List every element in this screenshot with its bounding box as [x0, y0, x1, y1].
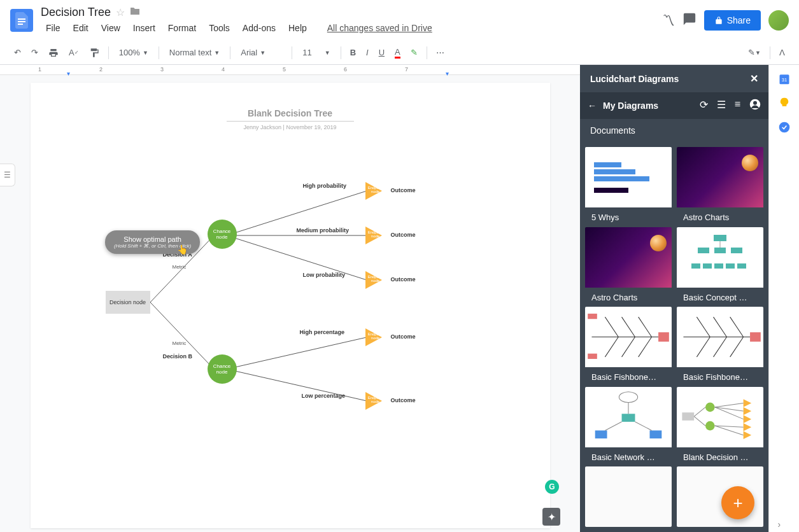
chance-node-a: Chance node	[208, 220, 237, 249]
svg-line-50	[694, 407, 705, 416]
italic-button[interactable]: I	[362, 45, 372, 60]
endpoint-node: Endpoint node	[365, 182, 382, 200]
star-icon[interactable]: ☆	[116, 6, 125, 18]
diagram-card[interactable]: Basic Fishbone…	[585, 307, 672, 382]
doc-title[interactable]: Decision Tree	[41, 6, 111, 19]
text-color-button[interactable]: A	[391, 45, 404, 61]
font-select[interactable]: Arial ▼	[236, 45, 286, 60]
toolbar: ↶ ↷ A✓ 100% ▼ Normal text ▼ Arial ▼ 11 ▼…	[0, 41, 799, 65]
outcome-label: Outcome	[391, 276, 416, 283]
svg-rect-42	[595, 430, 607, 438]
diagram-card[interactable]: Basic Fishbone…	[677, 307, 763, 382]
menu-tools[interactable]: Tools	[204, 20, 235, 36]
menu-edit[interactable]: Edit	[68, 20, 94, 36]
thumb-decision	[677, 387, 763, 447]
expand-rail-icon[interactable]: ›	[778, 519, 791, 532]
comments-icon[interactable]	[682, 12, 696, 29]
outcome-label: Outcome	[391, 333, 416, 340]
menu-bar: File Edit View Insert Format Tools Add-o…	[41, 20, 662, 36]
editing-mode-button[interactable]: ✎ ▼	[744, 45, 765, 60]
sidebar-grid[interactable]: 5 Whys Astro Charts Astro Charts Basic C…	[580, 142, 768, 532]
decision-tree-diagram[interactable]: Decision node Decision A Metric Decision…	[99, 169, 481, 436]
svg-rect-17	[691, 263, 700, 269]
underline-button[interactable]: U	[375, 45, 388, 60]
spellcheck-button[interactable]: A✓	[65, 45, 83, 60]
endpoint-node: Endpoint node	[365, 271, 382, 289]
label-med-prob: Medium probability	[297, 227, 350, 234]
list-icon[interactable]: ≡	[735, 99, 740, 113]
more-button[interactable]: ⋯	[432, 45, 448, 60]
tasks-icon[interactable]	[778, 121, 791, 134]
sidebar-nav: ← My Diagrams ⟳ ☰ ≡	[580, 92, 768, 119]
share-button[interactable]: Share	[704, 10, 761, 31]
menu-file[interactable]: File	[41, 20, 66, 36]
user-avatar[interactable]	[768, 10, 789, 31]
diagram-card[interactable]	[585, 466, 672, 527]
grammarly-icon[interactable]: G	[545, 480, 559, 494]
fontsize-select[interactable]: 11 ▼	[297, 45, 335, 60]
saved-status[interactable]: All changes saved in Drive	[322, 20, 437, 36]
menu-help[interactable]: Help	[283, 20, 312, 36]
zoom-select[interactable]: 100% ▼	[114, 45, 153, 60]
docs-logo-icon[interactable]	[10, 9, 33, 32]
svg-line-45	[605, 421, 621, 430]
explore-activity-icon[interactable]: 〽	[662, 13, 675, 28]
share-label: Share	[727, 15, 751, 25]
svg-text:31: 31	[781, 77, 786, 83]
print-button[interactable]	[45, 45, 62, 60]
chance-node-b: Chance node	[208, 354, 237, 384]
folder-icon[interactable]	[130, 6, 140, 18]
svg-line-39	[730, 337, 744, 357]
svg-rect-43	[649, 430, 661, 438]
close-icon[interactable]: ✕	[750, 73, 758, 85]
label-high-pct: High percentage	[300, 329, 345, 335]
endpoint-node: Endpoint node	[365, 328, 382, 346]
card-label: Basic Fishbone…	[585, 367, 672, 382]
ruler[interactable]: 1 2 3 4 5 6 7 ▾ ▾	[0, 65, 580, 75]
svg-line-8	[227, 337, 367, 369]
paint-format-button[interactable]	[85, 45, 103, 60]
svg-rect-2	[18, 24, 23, 25]
calendar-icon[interactable]: 31	[778, 73, 791, 85]
style-select[interactable]: Normal text ▼	[164, 45, 225, 60]
label-decision-b: Decision B	[163, 353, 193, 360]
svg-rect-41	[622, 414, 635, 422]
account-icon[interactable]	[749, 99, 761, 113]
menu-insert[interactable]: Insert	[128, 20, 160, 36]
refresh-icon[interactable]: ⟳	[700, 99, 708, 113]
highlight-button[interactable]: ✎	[407, 45, 421, 60]
svg-rect-16	[731, 248, 742, 253]
svg-rect-18	[703, 263, 712, 269]
diagram-card[interactable]: Astro Charts	[677, 147, 763, 222]
diagram-card[interactable]: Blank Decision …	[677, 387, 763, 462]
diagram-card[interactable]: Basic Network …	[585, 387, 672, 462]
hide-menus-button[interactable]: ᐱ	[775, 45, 789, 60]
new-diagram-fab[interactable]: +	[721, 486, 754, 519]
svg-rect-1	[18, 21, 25, 22]
svg-rect-12	[714, 235, 726, 241]
sort-icon[interactable]: ☰	[717, 99, 726, 113]
svg-rect-14	[698, 248, 709, 253]
thumb-astro	[677, 147, 763, 207]
diagram-card[interactable]: 5 Whys	[585, 147, 672, 222]
keep-icon[interactable]	[778, 97, 791, 109]
menu-addons[interactable]: Add-ons	[237, 20, 281, 36]
bold-button[interactable]: B	[346, 45, 360, 60]
back-icon[interactable]: ←	[588, 101, 597, 111]
diagram-card[interactable]: Astro Charts	[585, 227, 672, 302]
document-canvas[interactable]: ☰ 1 2 3 4 5 6 7 ▾ ▾ Show optimal path (H…	[0, 65, 580, 532]
svg-rect-47	[682, 412, 694, 421]
diagram-card[interactable]: Basic Concept …	[677, 227, 763, 302]
lock-icon	[714, 16, 723, 25]
outline-tab-icon[interactable]: ☰	[0, 164, 15, 186]
redo-button[interactable]: ↷	[27, 45, 42, 60]
card-label: Astro Charts	[585, 288, 672, 302]
explore-button[interactable]: ✦	[542, 508, 560, 526]
svg-line-57	[715, 403, 744, 407]
tooltip-text: Show optimal path	[114, 235, 191, 243]
svg-marker-52	[744, 399, 752, 407]
svg-line-30	[622, 337, 635, 357]
menu-view[interactable]: View	[96, 20, 125, 36]
menu-format[interactable]: Format	[163, 20, 201, 36]
undo-button[interactable]: ↶	[10, 45, 25, 60]
